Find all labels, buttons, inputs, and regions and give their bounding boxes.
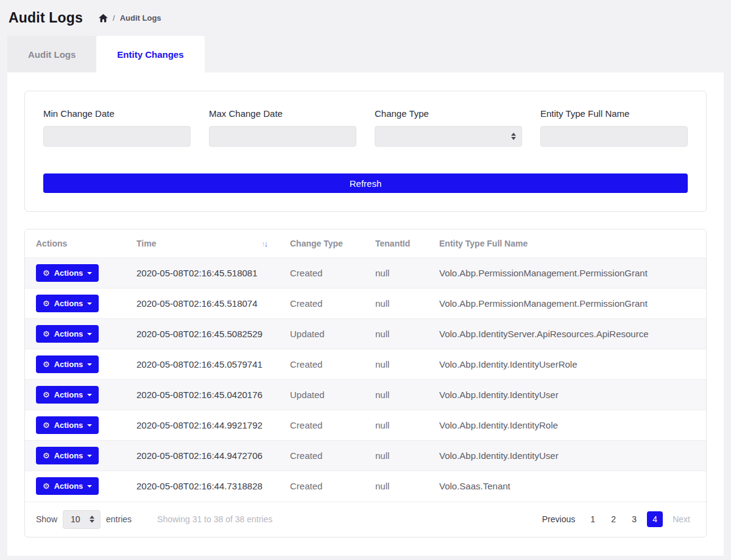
caret-down-icon: [87, 455, 92, 457]
pagination-next[interactable]: Next: [668, 511, 695, 528]
filter-grid: Min Change Date Max Change Date Change T…: [43, 108, 688, 147]
row-actions-button[interactable]: ⚙ Actions: [36, 447, 99, 464]
actions-cell: ⚙ Actions: [25, 441, 125, 471]
entries-summary: Showing 31 to 38 of 38 entries: [157, 514, 272, 524]
table-row: ⚙ Actions 2020-05-08T02:16:45.0420176 Up…: [25, 380, 706, 410]
change-type-cell: Created: [279, 471, 364, 502]
time-cell: 2020-05-08T02:16:45.518081: [125, 258, 279, 289]
gear-icon: ⚙: [43, 482, 50, 490]
tenant-id-cell: null: [364, 289, 428, 319]
entity-type-cell: Volo.Abp.Identity.IdentityRole: [428, 410, 706, 441]
time-cell: 2020-05-08T02:16:45.518074: [125, 289, 279, 319]
table-body: ⚙ Actions 2020-05-08T02:16:45.518081 Cre…: [25, 258, 706, 502]
column-header-time[interactable]: Time ↑↓: [125, 229, 279, 258]
tab-entity-changes[interactable]: Entity Changes: [96, 36, 204, 72]
actions-cell: ⚙ Actions: [25, 258, 125, 289]
caret-down-icon: [87, 303, 92, 305]
change-type-label: Change Type: [375, 108, 522, 119]
breadcrumb: / Audit Logs: [99, 13, 161, 23]
entity-changes-table-card: Actions Time ↑↓ Change Type TenantId Ent…: [24, 229, 707, 537]
row-actions-button[interactable]: ⚙ Actions: [36, 416, 99, 434]
table-row: ⚙ Actions 2020-05-08T02:16:45.5082529 Up…: [25, 319, 706, 349]
table-row: ⚙ Actions 2020-05-08T02:16:44.7318828 Cr…: [25, 471, 706, 502]
filter-field-change-type: Change Type: [375, 108, 522, 147]
pagination-previous[interactable]: Previous: [537, 511, 580, 528]
tab-audit-logs[interactable]: Audit Logs: [7, 36, 96, 72]
change-type-cell: Created: [279, 441, 364, 471]
refresh-button[interactable]: Refresh: [43, 173, 688, 193]
pagination-pages: 1234: [585, 511, 663, 527]
row-actions-button[interactable]: ⚙ Actions: [36, 355, 99, 373]
table-row: ⚙ Actions 2020-05-08T02:16:44.9472706 Cr…: [25, 441, 706, 471]
column-header-actions: Actions: [25, 229, 125, 258]
entity-type-cell: Volo.Saas.Tenant: [428, 471, 706, 502]
actions-cell: ⚙ Actions: [25, 380, 125, 410]
column-header-change-type: Change Type: [279, 229, 364, 258]
page-size-select[interactable]: 10: [63, 510, 101, 529]
time-cell: 2020-05-08T02:16:45.5082529: [125, 319, 279, 349]
min-change-date-input[interactable]: [43, 126, 191, 147]
entity-type-label: Entity Type Full Name: [540, 108, 688, 119]
actions-cell: ⚙ Actions: [25, 471, 125, 502]
table-row: ⚙ Actions 2020-05-08T02:16:45.518081 Cre…: [25, 258, 706, 289]
actions-cell: ⚙ Actions: [25, 289, 125, 319]
time-cell: 2020-05-08T02:16:44.9472706: [125, 441, 279, 471]
table-header-row: Actions Time ↑↓ Change Type TenantId Ent…: [25, 229, 706, 258]
time-cell: 2020-05-08T02:16:45.0579741: [125, 349, 279, 380]
change-type-cell: Updated: [279, 380, 364, 410]
table-row: ⚙ Actions 2020-05-08T02:16:45.518074 Cre…: [25, 289, 706, 319]
gear-icon: ⚙: [43, 452, 50, 460]
pagination-page-4[interactable]: 4: [647, 511, 663, 527]
caret-down-icon: [87, 394, 92, 396]
breadcrumb-current: Audit Logs: [120, 13, 161, 23]
caret-down-icon: [87, 424, 92, 427]
entity-type-cell: Volo.Abp.PermissionManagement.Permission…: [428, 289, 706, 319]
entity-type-input[interactable]: [540, 126, 688, 147]
row-actions-button[interactable]: ⚙ Actions: [36, 295, 99, 312]
time-cell: 2020-05-08T02:16:44.9921792: [125, 410, 279, 441]
show-label: Show: [36, 514, 57, 524]
tab-content-panel: Min Change Date Max Change Date Change T…: [7, 72, 724, 556]
tenant-id-cell: null: [364, 319, 428, 349]
gear-icon: ⚙: [43, 330, 50, 338]
change-type-cell: Created: [279, 289, 364, 319]
change-type-select[interactable]: [375, 126, 522, 147]
change-type-cell: Created: [279, 258, 364, 289]
filter-field-min-change-date: Min Change Date: [43, 108, 191, 147]
sort-icon[interactable]: ↑↓: [261, 239, 267, 248]
change-type-cell: Created: [279, 349, 364, 380]
pagination-page-3[interactable]: 3: [626, 511, 642, 527]
max-change-date-input[interactable]: [209, 126, 356, 147]
actions-cell: ⚙ Actions: [25, 349, 125, 380]
page-title: Audit Logs: [9, 10, 83, 26]
row-actions-button[interactable]: ⚙ Actions: [36, 325, 99, 343]
tenant-id-cell: null: [364, 410, 428, 441]
entity-type-cell: Volo.Abp.Identity.IdentityUser: [428, 441, 706, 471]
home-icon[interactable]: [99, 14, 108, 23]
gear-icon: ⚙: [43, 360, 50, 368]
breadcrumb-separator: /: [113, 13, 115, 23]
row-actions-button[interactable]: ⚙ Actions: [36, 477, 99, 495]
max-change-date-label: Max Change Date: [209, 108, 356, 119]
entity-type-cell: Volo.Abp.PermissionManagement.Permission…: [428, 258, 706, 289]
change-type-select-wrap: [375, 126, 522, 147]
page-size-group: Show 10 entries: [36, 510, 132, 529]
caret-down-icon: [87, 333, 92, 335]
row-actions-button[interactable]: ⚙ Actions: [36, 386, 99, 404]
filter-card: Min Change Date Max Change Date Change T…: [24, 91, 707, 212]
entity-type-cell: Volo.Abp.IdentityServer.ApiResources.Api…: [428, 319, 706, 349]
tenant-id-cell: null: [364, 380, 428, 410]
row-actions-button[interactable]: ⚙ Actions: [36, 264, 99, 282]
entity-changes-table: Actions Time ↑↓ Change Type TenantId Ent…: [25, 229, 706, 502]
table-row: ⚙ Actions 2020-05-08T02:16:45.0579741 Cr…: [25, 349, 706, 380]
pagination-page-1[interactable]: 1: [585, 511, 601, 527]
gear-icon: ⚙: [43, 391, 50, 399]
audit-logs-page: Audit Logs / Audit Logs Audit Logs Entit…: [0, 0, 731, 556]
page-header: Audit Logs / Audit Logs: [0, 0, 731, 36]
actions-cell: ⚙ Actions: [25, 410, 125, 441]
tenant-id-cell: null: [364, 349, 428, 380]
change-type-cell: Updated: [279, 319, 364, 349]
table-row: ⚙ Actions 2020-05-08T02:16:44.9921792 Cr…: [25, 410, 706, 441]
pagination-page-2[interactable]: 2: [606, 511, 621, 527]
tenant-id-cell: null: [364, 258, 428, 289]
